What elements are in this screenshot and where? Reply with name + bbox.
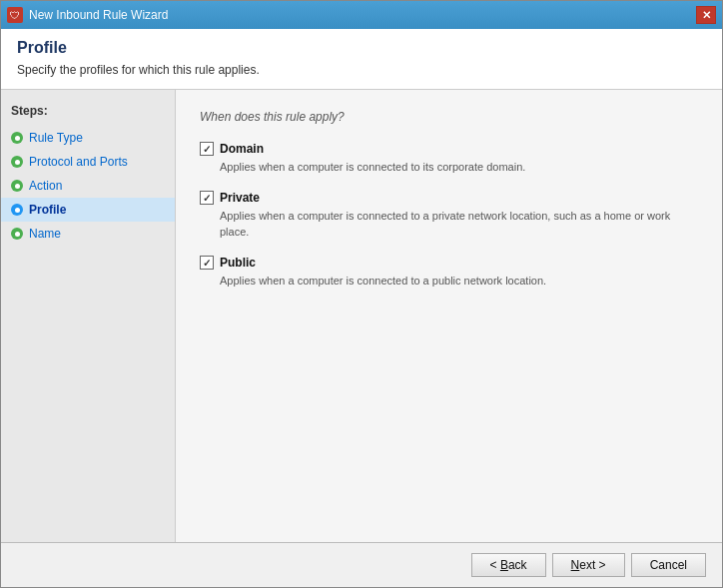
content-question: When does this rule apply?	[200, 110, 698, 124]
step-dot-profile	[11, 204, 23, 216]
sidebar-label-name: Name	[29, 227, 61, 241]
content-area: When does this rule apply? Domain Applie…	[176, 90, 722, 542]
profile-option-domain: Domain Applies when a computer is connec…	[200, 142, 698, 175]
steps-label: Steps:	[1, 100, 175, 126]
sidebar-label-profile: Profile	[29, 203, 66, 217]
profile-option-private: Private Applies when a computer is conne…	[200, 191, 698, 240]
public-checkbox[interactable]	[200, 256, 214, 270]
step-dot-action	[11, 180, 23, 192]
domain-name: Domain	[220, 142, 264, 156]
domain-checkbox[interactable]	[200, 142, 214, 156]
private-name: Private	[220, 191, 260, 205]
step-dot-rule-type	[11, 132, 23, 144]
app-icon: 🛡	[7, 7, 23, 23]
main-content: Steps: Rule Type Protocol and Ports Acti…	[1, 90, 722, 542]
next-button[interactable]: Next >	[552, 553, 625, 577]
step-dot-protocol-ports	[11, 156, 23, 168]
sidebar-label-protocol-ports: Protocol and Ports	[29, 155, 128, 169]
private-description: Applies when a computer is connected to …	[220, 209, 698, 240]
main-window: 🛡 New Inbound Rule Wizard ✕ Profile Spec…	[0, 0, 723, 588]
footer: < Back Next > Cancel	[1, 542, 722, 587]
sidebar: Steps: Rule Type Protocol and Ports Acti…	[1, 90, 176, 542]
sidebar-label-rule-type: Rule Type	[29, 131, 83, 145]
step-dot-name	[11, 228, 23, 240]
profile-option-public: Public Applies when a computer is connec…	[200, 256, 698, 289]
cancel-button[interactable]: Cancel	[631, 553, 706, 577]
back-button[interactable]: < Back	[471, 553, 546, 577]
title-bar: 🛡 New Inbound Rule Wizard ✕	[1, 1, 722, 29]
sidebar-item-action[interactable]: Action	[1, 174, 175, 198]
header-section: Profile Specify the profiles for which t…	[1, 29, 722, 90]
close-button[interactable]: ✕	[696, 6, 716, 24]
page-subtitle: Specify the profiles for which this rule…	[17, 63, 706, 77]
window-title: New Inbound Rule Wizard	[29, 8, 168, 22]
page-title: Profile	[17, 39, 706, 57]
sidebar-item-rule-type[interactable]: Rule Type	[1, 126, 175, 150]
sidebar-label-action: Action	[29, 179, 62, 193]
public-name: Public	[220, 256, 256, 270]
sidebar-item-name[interactable]: Name	[1, 222, 175, 246]
public-description: Applies when a computer is connected to …	[220, 274, 698, 289]
private-checkbox[interactable]	[200, 191, 214, 205]
domain-description: Applies when a computer is connected to …	[220, 160, 698, 175]
sidebar-item-profile[interactable]: Profile	[1, 198, 175, 222]
sidebar-item-protocol-ports[interactable]: Protocol and Ports	[1, 150, 175, 174]
